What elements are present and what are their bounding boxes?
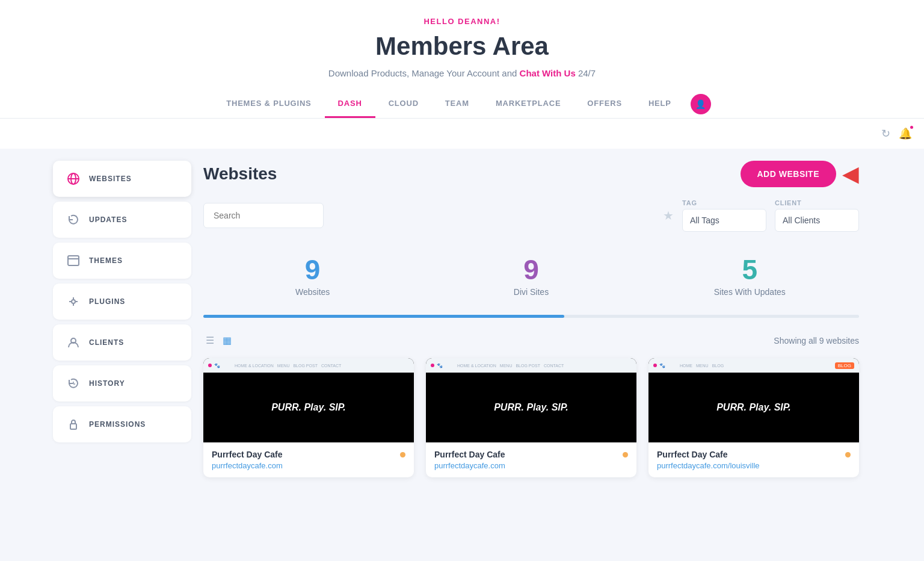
stat-updates: 5 Sites With Updates [641, 250, 859, 303]
sidebar-item-plugins[interactable]: PLUGINS [53, 284, 191, 320]
sidebar-label-updates: UPDATES [89, 215, 127, 224]
sidebar-item-themes[interactable]: THEMES [53, 243, 191, 279]
nav-item-marketplace[interactable]: MARKETPLACE [482, 90, 574, 118]
stat-label-updates: Sites With Updates [641, 287, 859, 297]
avatar-icon: 👤 [695, 99, 706, 109]
nav-item-themes-plugins[interactable]: THEMES & PLUGINS [213, 90, 324, 118]
add-button-wrap: ADD WEBSITE ◀ [741, 161, 860, 187]
chat-link[interactable]: Chat With Us [520, 68, 576, 78]
nav-item-dash[interactable]: DASH [325, 90, 375, 118]
themes-icon [65, 252, 82, 269]
refresh-icon[interactable]: ↻ [881, 127, 890, 140]
sidebar-item-websites[interactable]: WEBSITES [53, 161, 191, 197]
page-heading: Members Area [12, 32, 912, 61]
card-info-2: Purrfect Day Cafe purrfectdaycafe.com [426, 442, 636, 477]
stats-row: 9 Websites 9 Divi Sites 5 Sites With Upd… [203, 250, 859, 303]
history-icon [65, 375, 82, 392]
progress-bar [203, 315, 564, 318]
client-filter-group: CLIENT All Clients [775, 199, 859, 232]
showing-text: Showing all 9 websites [774, 336, 859, 346]
card-url-2[interactable]: purrfectdaycafe.com [434, 461, 628, 470]
plugins-icon [65, 293, 82, 310]
hello-greeting: HELLO DEANNA! [12, 17, 912, 26]
layout: WEBSITES UPDATES THEMES [41, 149, 883, 489]
card-url-1[interactable]: purrfectdaycafe.com [212, 461, 405, 470]
grid-view-button[interactable]: ▦ [220, 332, 234, 349]
card-thumb-text-3: PURR. Play. SIP. [716, 402, 791, 413]
sidebar-item-updates[interactable]: UPDATES [53, 202, 191, 238]
sidebar-item-history[interactable]: HISTORY [53, 365, 191, 401]
header: HELLO DEANNA! Members Area Download Prod… [0, 0, 924, 119]
bell-icon[interactable]: 🔔 [899, 127, 912, 140]
card-thumbnail-3: 🐾 HOME MENU BLOG BLOG PURR. Play. SIP. [648, 358, 859, 442]
star-filter-button[interactable]: ★ [663, 208, 674, 223]
globe-icon [65, 170, 82, 187]
subtitle: Download Products, Manage Your Account a… [12, 68, 912, 78]
card-tag-3: BLOG [835, 362, 854, 369]
website-card-3[interactable]: 🐾 HOME MENU BLOG BLOG PURR. Play. SIP. [648, 358, 859, 477]
svg-rect-9 [70, 424, 76, 429]
card-thumb-text-1: PURR. Play. SIP. [271, 402, 346, 413]
view-buttons: ☰ ▦ [203, 332, 234, 349]
status-dot-3 [845, 452, 851, 457]
search-input[interactable] [203, 203, 324, 228]
svg-rect-3 [68, 256, 79, 265]
tag-filter-select[interactable]: All Tags [682, 209, 766, 232]
card-info-3: Purrfect Day Cafe purrfectdaycafe.com/lo… [648, 442, 859, 477]
list-view-button[interactable]: ☰ [203, 332, 217, 349]
stat-number-updates: 5 [641, 256, 859, 284]
tag-filter-label: TAG [682, 199, 766, 206]
client-filter-select[interactable]: All Clients [775, 209, 859, 232]
client-filter-label: CLIENT [775, 199, 859, 206]
card-thumbnail-2: 🐾 HOME & LOCATION MENU BLOG POST CONTACT… [426, 358, 636, 442]
stat-label-websites: Websites [203, 287, 422, 297]
website-card-1[interactable]: 🐾 HOME & LOCATION MENU BLOG POST CONTACT… [203, 358, 414, 477]
main-content: Websites ADD WEBSITE ◀ ★ TAG All Tags CL… [191, 161, 871, 477]
permissions-icon [65, 416, 82, 433]
sidebar-label-history: HISTORY [89, 379, 125, 388]
toolbar: ↻ 🔔 [0, 119, 924, 149]
sidebar-label-plugins: PLUGINS [89, 297, 125, 306]
card-thumb-text-2: PURR. Play. SIP. [494, 402, 568, 413]
stat-divi-sites: 9 Divi Sites [422, 250, 640, 303]
nav-item-team[interactable]: TEAM [432, 90, 482, 118]
view-controls: ☰ ▦ Showing all 9 websites [203, 332, 859, 349]
card-name-1: Purrfect Day Cafe [212, 450, 405, 459]
sidebar: WEBSITES UPDATES THEMES [53, 161, 191, 477]
user-avatar[interactable]: 👤 [691, 94, 711, 114]
svg-point-5 [72, 300, 75, 303]
updates-icon [65, 211, 82, 228]
stat-label-divi-sites: Divi Sites [422, 287, 640, 297]
sidebar-label-clients: CLIENTS [89, 338, 124, 347]
add-website-button[interactable]: ADD WEBSITE [741, 161, 837, 187]
clients-icon [65, 334, 82, 351]
status-dot-2 [623, 452, 628, 457]
card-url-3[interactable]: purrfectdaycafe.com/louisville [657, 461, 851, 470]
status-dot-1 [400, 452, 405, 457]
tag-filter-group: TAG All Tags [682, 199, 766, 232]
website-card-2[interactable]: 🐾 HOME & LOCATION MENU BLOG POST CONTACT… [426, 358, 636, 477]
card-name-3: Purrfect Day Cafe [657, 450, 851, 459]
subtitle-before: Download Products, Manage Your Account a… [328, 68, 520, 78]
page-title: Websites [203, 164, 277, 184]
website-grid: 🐾 HOME & LOCATION MENU BLOG POST CONTACT… [203, 358, 859, 477]
sidebar-label-permissions: PERMISSIONS [89, 420, 146, 429]
sidebar-item-permissions[interactable]: PERMISSIONS [53, 406, 191, 442]
main-nav: THEMES & PLUGINS DASH CLOUD TEAM MARKETP… [12, 90, 912, 118]
stat-number-websites: 9 [203, 256, 422, 284]
bell-badge [909, 125, 914, 130]
nav-item-cloud[interactable]: CLOUD [375, 90, 432, 118]
sidebar-label-websites: WEBSITES [89, 175, 132, 183]
nav-item-help[interactable]: HELP [635, 90, 685, 118]
progress-bar-wrap [203, 315, 859, 318]
card-info-1: Purrfect Day Cafe purrfectdaycafe.com [203, 442, 414, 477]
stat-websites: 9 Websites [203, 250, 422, 303]
sidebar-item-clients[interactable]: CLIENTS [53, 324, 191, 361]
nav-item-offers[interactable]: OFFERS [574, 90, 635, 118]
subtitle-after: 24/7 [576, 68, 596, 78]
filter-row: ★ TAG All Tags CLIENT All Clients [203, 199, 859, 232]
card-name-2: Purrfect Day Cafe [434, 450, 628, 459]
arrow-indicator: ◀ [842, 161, 859, 187]
card-thumbnail-1: 🐾 HOME & LOCATION MENU BLOG POST CONTACT… [203, 358, 414, 442]
stat-number-divi-sites: 9 [422, 256, 640, 284]
